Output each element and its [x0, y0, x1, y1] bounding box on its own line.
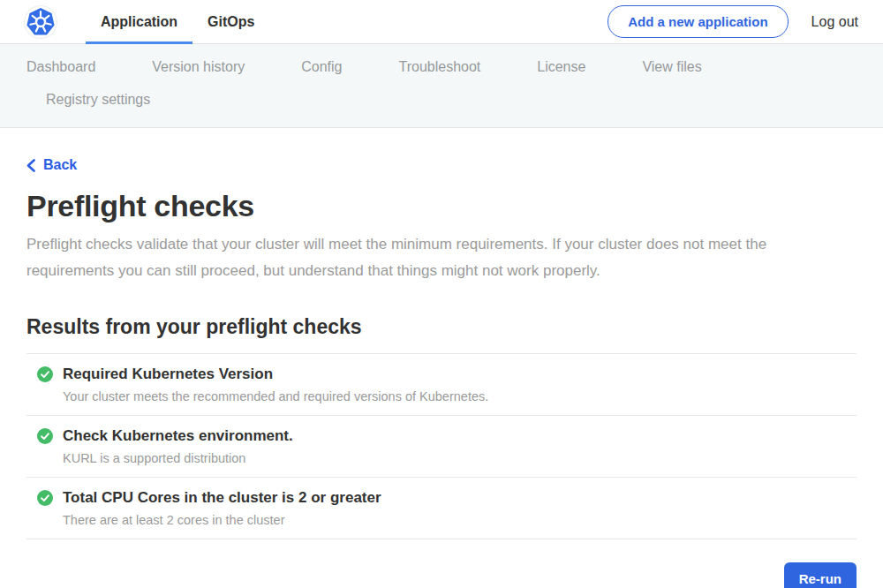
tab-gitops-label: GitOps — [208, 14, 254, 30]
subnav-item-license[interactable]: License — [537, 59, 585, 75]
results-heading: Results from your preflight checks — [26, 315, 857, 339]
preflight-check-row: Required Kubernetes Version Your cluster… — [26, 354, 857, 416]
tab-gitops[interactable]: GitOps — [192, 0, 269, 43]
app-subnav: Dashboard Version history Config Trouble… — [0, 44, 883, 128]
logo-container[interactable] — [24, 0, 57, 43]
add-new-application-button[interactable]: Add a new application — [608, 5, 788, 38]
preflight-check-row: Check Kubernetes environment. KURL is a … — [26, 416, 857, 478]
check-detail: There are at least 2 cores in the cluste… — [63, 513, 381, 528]
back-link[interactable]: Back — [26, 157, 77, 173]
subnav-item-version-history[interactable]: Version history — [152, 59, 245, 75]
tab-application[interactable]: Application — [86, 0, 192, 43]
top-header: Application GitOps Add a new application… — [0, 0, 883, 44]
check-title: Total CPU Cores in the cluster is 2 or g… — [63, 489, 381, 507]
page-description: Preflight checks validate that your clus… — [26, 231, 843, 284]
rerun-button[interactable]: Re-run — [784, 562, 857, 588]
preflight-check-row: Total CPU Cores in the cluster is 2 or g… — [26, 478, 857, 539]
subnav-row-1: Dashboard Version history Config Trouble… — [26, 49, 857, 85]
subnav-row-2: Registry settings — [26, 85, 857, 115]
check-title: Check Kubernetes environment. — [63, 427, 293, 445]
page-title: Preflight checks — [26, 189, 857, 223]
preflight-results-list: Required Kubernetes Version Your cluster… — [26, 353, 857, 539]
header-right: Add a new application Log out — [608, 0, 858, 43]
check-text: Check Kubernetes environment. KURL is a … — [63, 427, 293, 466]
check-circle-icon — [37, 428, 53, 444]
check-text: Total CPU Cores in the cluster is 2 or g… — [63, 489, 381, 528]
header-tabs: Application GitOps — [86, 0, 269, 43]
preflight-page: Back Preflight checks Preflight checks v… — [0, 128, 883, 588]
subnav-item-config[interactable]: Config — [301, 59, 342, 75]
subnav-item-registry-settings[interactable]: Registry settings — [46, 92, 150, 108]
kubernetes-logo-icon — [24, 5, 57, 39]
check-circle-icon — [37, 490, 53, 506]
check-text: Required Kubernetes Version Your cluster… — [63, 366, 488, 404]
check-circle-icon — [37, 366, 53, 382]
chevron-left-icon — [26, 159, 35, 172]
logout-link[interactable]: Log out — [811, 14, 858, 30]
subnav-item-dashboard[interactable]: Dashboard — [26, 59, 95, 75]
tab-application-label: Application — [101, 14, 177, 30]
subnav-item-troubleshoot[interactable]: Troubleshoot — [398, 59, 480, 75]
footer-actions: Re-run — [26, 562, 857, 588]
subnav-item-view-files[interactable]: View files — [642, 59, 701, 75]
check-detail: KURL is a supported distribution — [63, 451, 293, 466]
check-detail: Your cluster meets the recommended and r… — [63, 389, 488, 404]
back-link-label: Back — [43, 157, 77, 173]
check-title: Required Kubernetes Version — [63, 366, 488, 383]
